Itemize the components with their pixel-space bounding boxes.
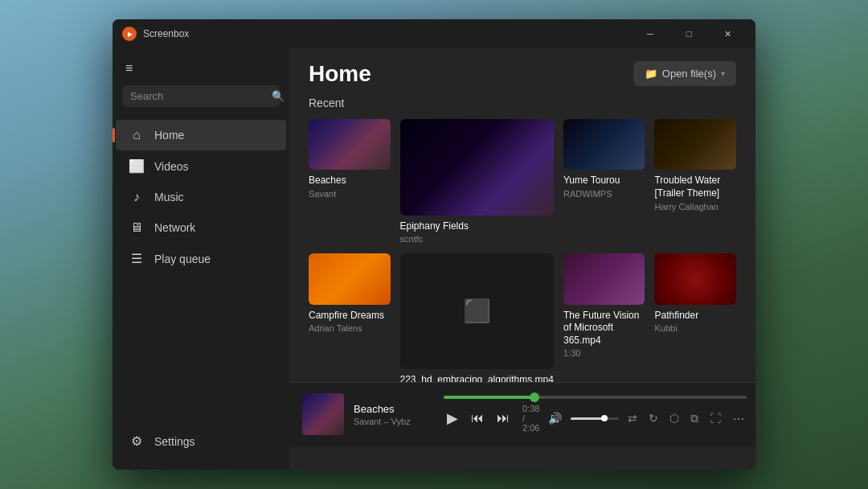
settings-icon: ⚙ <box>129 434 145 449</box>
controls-row: ▶ ⏮ ⏭ 0:38 / 2:06 🔊 <box>444 404 747 433</box>
media-sub-pathfinder: Kubbi <box>654 323 736 333</box>
open-files-button[interactable]: 📁 Open file(s) ▾ <box>633 61 736 86</box>
cast-button[interactable]: ⬡ <box>667 409 682 427</box>
content-header: Home 📁 Open file(s) ▾ <box>289 48 755 93</box>
media-item-future[interactable]: The Future Vision of Microsoft 365.mp4 1… <box>563 253 645 368</box>
media-thumb-troubled <box>654 119 736 170</box>
media-item-epiphany[interactable]: Epiphany Fields scntfc <box>400 119 554 244</box>
minimize-button[interactable]: ─ <box>632 21 669 47</box>
network-icon: 🖥 <box>129 220 145 235</box>
player-info: Beaches Savant – Vybz <box>354 403 434 426</box>
media-sub-epiphany: scntfc <box>400 234 554 244</box>
recent-section-title: Recent <box>289 93 755 119</box>
music-icon: ♪ <box>129 190 145 204</box>
right-controls: 🔊 ⇄ ↻ ⬡ ⧉ ⛶ ··· <box>546 408 747 429</box>
media-sub-future: 1:30 <box>563 348 645 358</box>
content-area: Home 📁 Open file(s) ▾ Recent Beaches Sav… <box>289 48 755 470</box>
sidebar: ≡ 🔍 ⌂ Home ⬜ Videos ♪ Music 🖥 Network <box>113 48 289 470</box>
media-grid: Beaches Savant Epiphany Fields scntfc Yu… <box>289 119 755 382</box>
player-thumbnail <box>302 393 344 435</box>
sidebar-item-home-label: Home <box>154 129 184 142</box>
media-item-beaches[interactable]: Beaches Savant <box>309 119 391 244</box>
sidebar-item-music[interactable]: ♪ Music <box>116 182 286 212</box>
media-thumb-yume <box>563 119 645 170</box>
sidebar-item-music-label: Music <box>154 191 184 203</box>
sidebar-item-network-label: Network <box>154 221 195 234</box>
media-title-future: The Future Vision of Microsoft 365.mp4 <box>563 310 645 347</box>
media-title-yume: Yume Tourou <box>563 175 645 187</box>
sidebar-item-network[interactable]: 🖥 Network <box>116 212 286 243</box>
pip-button[interactable]: ⧉ <box>688 409 701 428</box>
search-icon: 🔍 <box>272 90 285 102</box>
app-window: Screenbox ─ □ ✕ ≡ 🔍 ⌂ Home ⬜ Videos <box>113 19 755 470</box>
hamburger-menu[interactable]: ≡ <box>113 55 289 85</box>
time-display: 0:38 / 2:06 <box>522 404 539 433</box>
sidebar-item-videos-label: Videos <box>154 160 189 173</box>
sidebar-item-videos[interactable]: ⬜ Videos <box>116 150 286 182</box>
media-thumb-future <box>563 253 645 304</box>
media-title-epiphany: Epiphany Fields <box>400 220 554 233</box>
close-button[interactable]: ✕ <box>709 21 746 47</box>
volume-icon[interactable]: 🔊 <box>546 409 564 427</box>
sidebar-item-settings[interactable]: ⚙ Settings <box>116 425 286 457</box>
search-box[interactable]: 🔍 <box>122 85 280 107</box>
volume-fill <box>571 417 604 420</box>
window-controls: ─ □ ✕ <box>632 21 746 47</box>
media-item-yume[interactable]: Yume Tourou RADWIMPS <box>563 119 645 244</box>
player-bar: Beaches Savant – Vybz ▶ ⏮ ⏭ 0:38 / <box>289 382 755 446</box>
page-title: Home <box>309 61 371 87</box>
app-logo <box>122 27 137 41</box>
volume-slider[interactable] <box>571 417 619 420</box>
player-controls-area: ▶ ⏮ ⏭ 0:38 / 2:06 🔊 <box>444 396 747 433</box>
home-icon: ⌂ <box>129 128 145 142</box>
volume-dot <box>601 415 608 421</box>
progress-bar[interactable] <box>444 396 747 399</box>
media-thumb-beaches <box>309 119 391 170</box>
player-artist: Savant – Vybz <box>354 417 434 426</box>
fullscreen-button[interactable]: ⛶ <box>707 409 723 427</box>
sidebar-item-home[interactable]: ⌂ Home <box>116 120 286 150</box>
media-sub-campfire: Adrian Talens <box>309 323 391 333</box>
open-files-label: Open file(s) <box>662 68 716 80</box>
media-item-pathfinder[interactable]: Pathfinder Kubbi <box>654 253 736 368</box>
maximize-button[interactable]: □ <box>670 21 707 47</box>
play-button[interactable]: ▶ <box>444 408 461 429</box>
media-sub-beaches: Savant <box>309 189 391 199</box>
progress-dot <box>530 392 539 402</box>
repeat-button[interactable]: ↻ <box>646 409 661 427</box>
sidebar-item-playqueue-label: Play queue <box>154 253 211 265</box>
media-item-campfire[interactable]: Campfire Dreams Adrian Talens <box>309 253 391 368</box>
sidebar-item-playqueue[interactable]: ☰ Play queue <box>116 243 286 274</box>
media-title-troubled: Troubled Water [Trailer Theme] <box>654 175 736 199</box>
sidebar-item-settings-label: Settings <box>154 435 195 448</box>
media-sub-yume: RADWIMPS <box>563 189 645 199</box>
videos-icon: ⬜ <box>129 158 145 174</box>
film-icon: ⬛ <box>463 298 491 324</box>
media-thumb-campfire <box>309 253 391 304</box>
media-thumb-223hd: ⬛ <box>400 253 554 368</box>
title-bar-left: Screenbox <box>122 27 632 41</box>
main-area: ≡ 🔍 ⌂ Home ⬜ Videos ♪ Music 🖥 Network <box>113 48 755 470</box>
shuffle-button[interactable]: ⇄ <box>625 409 640 427</box>
media-thumb-epiphany <box>400 119 554 216</box>
media-title-campfire: Campfire Dreams <box>309 310 391 323</box>
media-title-pathfinder: Pathfinder <box>654 310 736 323</box>
media-title-beaches: Beaches <box>309 175 391 187</box>
media-thumb-pathfinder <box>654 253 736 304</box>
title-bar: Screenbox ─ □ ✕ <box>113 19 755 48</box>
progress-fill <box>444 396 534 399</box>
media-item-troubled[interactable]: Troubled Water [Trailer Theme] Harry Cal… <box>654 119 736 244</box>
player-track-title: Beaches <box>354 403 434 415</box>
prev-button[interactable]: ⏮ <box>468 409 487 427</box>
search-input[interactable] <box>130 90 265 102</box>
app-title: Screenbox <box>143 28 189 39</box>
playqueue-icon: ☰ <box>129 251 145 266</box>
chevron-down-icon: ▾ <box>721 69 725 78</box>
more-button[interactable]: ··· <box>730 408 747 429</box>
next-button[interactable]: ⏭ <box>493 409 513 427</box>
folder-icon: 📁 <box>645 68 657 80</box>
media-sub-troubled: Harry Callaghan <box>654 202 736 212</box>
sidebar-bottom: ⚙ Settings <box>113 419 289 463</box>
media-item-223hd[interactable]: ⬛ 223_hd_embracing_algorithms.mp4 <box>400 253 554 368</box>
